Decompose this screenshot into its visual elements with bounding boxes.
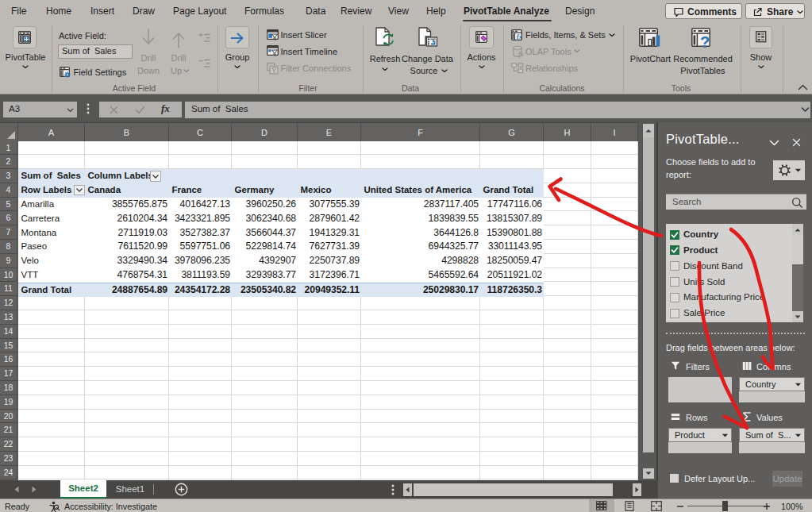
view-page-layout-button[interactable]	[619, 499, 640, 512]
field-item-units-sold[interactable]: Units Sold	[666, 276, 793, 291]
vscroll-down-button[interactable]	[643, 468, 654, 479]
checkbox-unchecked[interactable]	[670, 261, 679, 271]
menu-tab-formulas[interactable]: Formulas	[244, 0, 284, 22]
row-header-3[interactable]: 3	[0, 169, 17, 183]
row-header-11[interactable]: 11	[0, 282, 17, 296]
row-header-24[interactable]: 24	[0, 466, 17, 480]
rows-field-chip[interactable]: Product	[668, 428, 732, 442]
zoom-slider-thumb[interactable]	[722, 501, 728, 511]
row-header-21[interactable]: 21	[0, 423, 17, 437]
column-labels-filter-button[interactable]	[150, 171, 161, 182]
status-ready-label: Ready	[5, 502, 29, 511]
pane-tools-button[interactable]	[773, 160, 805, 180]
row-labels-filter-button[interactable]	[74, 185, 85, 196]
column-header-F[interactable]: F	[361, 124, 480, 141]
checkbox-unchecked[interactable]	[670, 293, 679, 302]
recommended-label-2: PivotTables	[680, 66, 725, 75]
vscroll-thumb[interactable]	[643, 137, 654, 452]
columns-field-chip[interactable]: Country	[739, 377, 805, 391]
fields-scroll-thumb[interactable]	[792, 264, 803, 311]
vertical-scrollbar[interactable]	[638, 122, 656, 480]
view-page-break-button[interactable]	[646, 499, 667, 512]
row-header-16[interactable]: 16	[0, 352, 17, 367]
row-header-12[interactable]: 12	[0, 296, 17, 310]
row-header-8[interactable]: 8	[0, 240, 17, 254]
sheet-tab-active[interactable]: Sheet2	[60, 480, 106, 499]
menu-tab-help[interactable]: Help	[426, 0, 446, 22]
menu-tab-view[interactable]: View	[388, 0, 409, 22]
column-header-G[interactable]: G	[480, 124, 544, 141]
column-header-D[interactable]: D	[232, 124, 298, 141]
menu-tab-file[interactable]: File	[11, 0, 26, 22]
fields-list-scrollbar[interactable]	[792, 224, 803, 322]
defer-layout-checkbox[interactable]	[670, 474, 679, 483]
row-header-23[interactable]: 23	[0, 452, 17, 466]
checkbox-checked[interactable]	[670, 245, 679, 255]
sheet-tab-sheet1[interactable]: Sheet1	[112, 480, 148, 499]
row-header-18[interactable]: 18	[0, 381, 17, 395]
row-header-14[interactable]: 14	[0, 325, 17, 339]
name-box[interactable]: A3	[3, 102, 77, 117]
field-item-country[interactable]: Country	[666, 229, 793, 244]
column-header-A[interactable]: A	[18, 124, 85, 141]
row-header-9[interactable]: 9	[0, 254, 17, 268]
filters-area-box[interactable]	[668, 377, 732, 402]
select-all-corner[interactable]	[0, 124, 18, 141]
row-header-17[interactable]: 17	[0, 367, 17, 381]
row-header-20[interactable]: 20	[0, 410, 17, 424]
row-header-5[interactable]: 5	[0, 198, 17, 212]
vscroll-up-button[interactable]	[643, 124, 654, 137]
row-header-19[interactable]: 19	[0, 395, 17, 410]
row-header-1[interactable]: 1	[0, 141, 17, 156]
values-field-chip[interactable]: Sum of S...	[739, 428, 805, 442]
hscroll-left-button[interactable]	[403, 483, 412, 496]
field-item-discount-band[interactable]: Discount Band	[666, 260, 793, 275]
comments-button[interactable]: Comments	[665, 3, 742, 19]
show-button[interactable]	[749, 26, 772, 48]
menu-tab-design[interactable]: Design	[565, 0, 595, 22]
checkbox-unchecked[interactable]	[670, 277, 679, 287]
row-header-2[interactable]: 2	[0, 155, 17, 169]
column-header-H[interactable]: H	[544, 124, 591, 141]
column-header-B[interactable]: B	[85, 124, 169, 141]
field-item-manufacturing-price[interactable]: Manufacturing Price	[666, 292, 793, 307]
column-header-E[interactable]: E	[298, 124, 361, 141]
menu-tab-page-layout[interactable]: Page Layout	[173, 0, 226, 22]
search-input[interactable]: Search	[666, 194, 806, 210]
actions-button[interactable]	[469, 26, 494, 48]
column-header-I[interactable]: I	[591, 124, 638, 141]
menu-tab-pivottable-analyze[interactable]: PivotTable Analyze	[464, 0, 549, 22]
row-header-7[interactable]: 7	[0, 225, 17, 240]
pivot-col-header: France	[169, 183, 232, 198]
formula-input[interactable]: Sum of Sales	[185, 102, 810, 118]
field-item-product[interactable]: Product	[666, 244, 793, 260]
row-header-15[interactable]: 15	[0, 339, 17, 353]
share-button[interactable]: Share	[745, 3, 805, 19]
insert-function-icon[interactable]: fx	[161, 102, 170, 115]
group-button[interactable]	[225, 26, 249, 48]
update-button[interactable]: Update	[772, 471, 802, 487]
menu-tab-home[interactable]: Home	[46, 0, 71, 22]
active-field-input[interactable]: Sum of Sales	[58, 44, 133, 59]
row-header-4[interactable]: 4	[0, 183, 17, 198]
hscroll-right-button[interactable]	[633, 483, 641, 496]
fields-scroll-up-button[interactable]	[792, 224, 803, 235]
row-header-6[interactable]: 6	[0, 211, 17, 225]
field-item-sale-price[interactable]: Sale Price	[666, 308, 793, 323]
sheet-nav-right-icon	[31, 486, 37, 493]
fields-scroll-down-button[interactable]	[792, 311, 803, 322]
menu-tab-data[interactable]: Data	[306, 0, 325, 22]
pivottable-button[interactable]	[13, 26, 37, 48]
row-header-22[interactable]: 22	[0, 437, 17, 452]
column-header-C[interactable]: C	[169, 124, 232, 141]
menu-tab-insert[interactable]: Insert	[90, 0, 114, 22]
view-normal-button[interactable]	[589, 499, 614, 512]
row-header-13[interactable]: 13	[0, 310, 17, 325]
zoom-level-label[interactable]: 100%	[781, 502, 803, 511]
menu-tab-draw[interactable]: Draw	[133, 0, 155, 22]
checkbox-unchecked[interactable]	[670, 309, 679, 318]
menu-tab-review[interactable]: Review	[341, 0, 371, 22]
row-header-10[interactable]: 10	[0, 268, 17, 283]
checkbox-checked[interactable]	[670, 230, 679, 240]
hscroll-thumb[interactable]	[414, 483, 613, 496]
